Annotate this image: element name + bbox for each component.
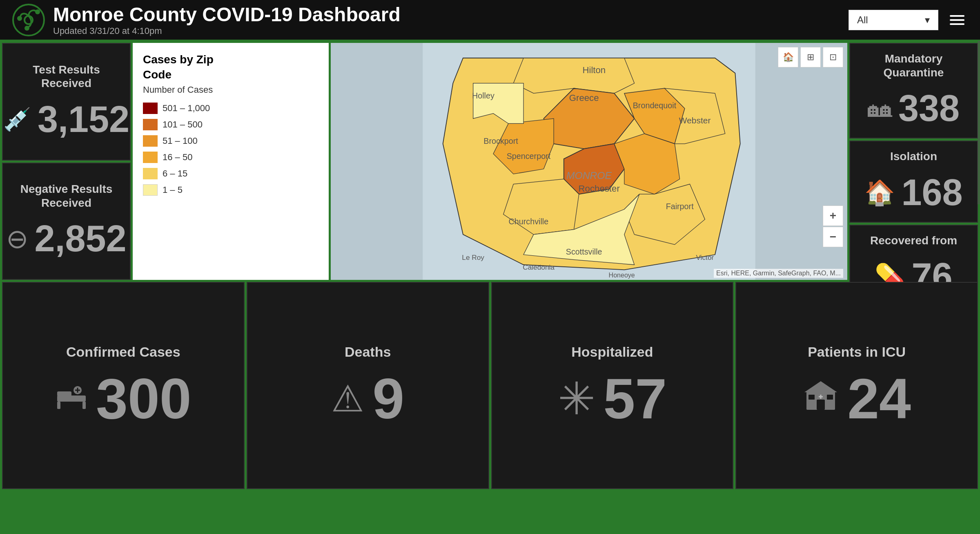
confirmed-cases-card: Confirmed Cases 300: [2, 282, 245, 489]
svg-text:Greece: Greece: [569, 93, 599, 103]
svg-text:Fairport: Fairport: [666, 202, 694, 211]
svg-text:Brondequoit: Brondequoit: [633, 101, 677, 110]
legend-item-2: 101 – 500: [143, 119, 318, 130]
icu-building-icon: [802, 379, 839, 418]
header-controls: All ▾: [849, 10, 968, 30]
icu-title: Patients in ICU: [808, 344, 906, 360]
svg-rect-34: [57, 395, 86, 402]
test-results-card: Test Results Received 💉 3,152: [2, 43, 131, 161]
deaths-value: 9: [372, 370, 404, 427]
icu-value: 24: [847, 370, 911, 427]
svg-point-4: [24, 26, 29, 31]
negative-results-title: Negative Results Received: [11, 182, 122, 210]
legend-swatch-4: [143, 152, 158, 163]
legend-item-5: 6 – 15: [143, 168, 318, 179]
warning-icon: ⚠: [331, 377, 364, 420]
legend-card: Cases by Zip Code Number of Cases 501 – …: [133, 43, 329, 280]
map-zoom-controls: + −: [823, 206, 843, 247]
isolation-card: Isolation 🏠 168: [849, 141, 978, 223]
hospital-bed-icon: [55, 381, 88, 416]
deaths-card: Deaths ⚠ 9: [247, 282, 489, 489]
negative-results-value-row: ⊖ 2,852: [6, 218, 126, 260]
zoom-in-button[interactable]: +: [823, 206, 843, 226]
svg-text:Rochester: Rochester: [579, 183, 620, 194]
svg-text:Holley: Holley: [472, 91, 494, 100]
hospitalized-value: 57: [604, 370, 667, 427]
svg-point-2: [35, 9, 40, 14]
mandatory-quarantine-value-row: 🏘 338: [868, 87, 960, 130]
svg-rect-45: [827, 395, 833, 400]
test-results-value-row: 💉 3,152: [3, 98, 129, 141]
svg-text:Victor: Victor: [696, 253, 714, 261]
menu-bar-3: [950, 23, 964, 25]
page-title: Monroe County COVID-19 Dashboard: [53, 3, 849, 26]
hospitalized-value-row: ✳ 57: [558, 370, 667, 427]
right-column: Mandatory Quarantine 🏘 338 Isolation 🏠 1…: [849, 43, 978, 280]
legend-label-5: 6 – 15: [163, 168, 187, 179]
deaths-value-row: ⚠ 9: [331, 370, 404, 427]
legend-label-3: 51 – 100: [163, 136, 198, 146]
svg-rect-36: [82, 402, 86, 409]
deaths-title: Deaths: [345, 344, 391, 360]
layers-button[interactable]: ⊞: [800, 47, 821, 67]
left-column: Test Results Received 💉 3,152 Negative R…: [2, 43, 131, 280]
icu-card: Patients in ICU 24: [735, 282, 978, 489]
header: Monroe County COVID-19 Dashboard Updated…: [0, 0, 980, 41]
menu-bar-2: [950, 19, 964, 21]
isolation-house-icon: 🏠: [864, 178, 895, 207]
confirmed-cases-title: Confirmed Cases: [66, 344, 180, 360]
legend-label-4: 16 – 50: [163, 152, 192, 163]
filter-dropdown[interactable]: All ▾: [849, 10, 938, 30]
svg-text:Caledonia: Caledonia: [523, 263, 555, 271]
svg-text:Hilton: Hilton: [582, 65, 606, 75]
isolation-value: 168: [901, 172, 962, 214]
legend-swatch-1: [143, 103, 158, 114]
legend-label-6: 1 – 5: [163, 185, 183, 195]
isolation-value-row: 🏠 168: [864, 172, 962, 214]
map-controls-top: 🏠 ⊞ ⊡: [778, 47, 843, 67]
mandatory-quarantine-title: Mandatory Quarantine: [858, 52, 969, 79]
negative-results-card: Negative Results Received ⊖ 2,852: [2, 163, 131, 280]
zoom-out-button[interactable]: −: [823, 227, 843, 247]
legend-swatch-2: [143, 119, 158, 130]
legend-swatch-5: [143, 168, 158, 179]
test-results-title: Test Results Received: [11, 63, 122, 90]
quarantine-house-icon: 🏘: [868, 94, 892, 123]
legend-item-1: 501 – 1,000: [143, 103, 318, 114]
legend-item-4: 16 – 50: [143, 152, 318, 163]
legend-swatch-3: [143, 135, 158, 147]
svg-text:Honeoye: Honeoye: [609, 271, 635, 279]
map-area[interactable]: Hilton Holley Brockport Greece Brondequo…: [331, 43, 847, 280]
svg-rect-35: [57, 402, 60, 409]
legend-code-label: Code: [143, 68, 318, 81]
legend-title: Cases by Zip: [143, 53, 318, 66]
confirmed-cases-value: 300: [96, 370, 192, 427]
svg-text:Webster: Webster: [679, 116, 711, 125]
legend-swatch-6: [143, 184, 158, 196]
svg-text:Le Roy: Le Roy: [462, 253, 484, 261]
recovered-title: Recovered from: [870, 234, 957, 248]
legend-label-2: 101 – 500: [163, 119, 203, 130]
home-button[interactable]: 🏠: [778, 47, 798, 67]
negative-results-value: 2,852: [34, 218, 126, 260]
confirmed-cases-value-row: 300: [55, 370, 192, 427]
svg-text:Brockport: Brockport: [483, 136, 518, 145]
test-results-value: 3,152: [38, 98, 129, 141]
syringe-icon: 💉: [3, 106, 31, 133]
main-grid: Test Results Received 💉 3,152 Negative R…: [0, 41, 980, 534]
icu-value-row: 24: [802, 370, 911, 427]
menu-button[interactable]: [947, 12, 968, 28]
svg-text:Scottsville: Scottsville: [566, 247, 602, 256]
svg-text:MONROE: MONROE: [566, 170, 612, 181]
mandatory-quarantine-value: 338: [898, 87, 960, 130]
fullscreen-button[interactable]: ⊡: [823, 47, 843, 67]
legend-item-6: 1 – 5: [143, 184, 318, 196]
hospitalized-card: Hospitalized ✳ 57: [491, 282, 734, 489]
map-svg: Hilton Holley Brockport Greece Brondequo…: [331, 43, 847, 280]
svg-rect-43: [817, 400, 825, 410]
asterisk-icon: ✳: [558, 376, 595, 421]
bottom-row: Confirmed Cases 300 Deaths: [2, 282, 978, 489]
biohazard-logo: [12, 4, 45, 36]
svg-point-3: [17, 16, 22, 21]
svg-text:Spencerport: Spencerport: [507, 152, 551, 161]
